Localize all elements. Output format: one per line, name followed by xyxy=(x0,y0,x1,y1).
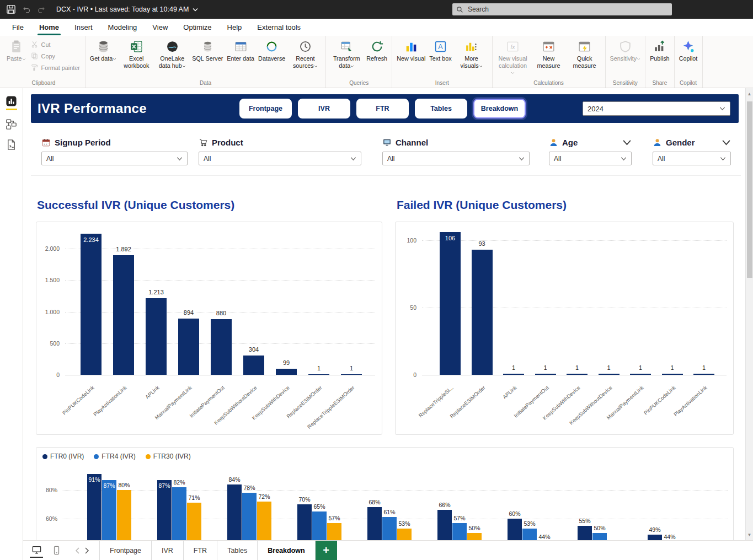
new-measure-icon xyxy=(542,40,556,53)
rail-item-model-view[interactable] xyxy=(4,118,19,131)
bar-ftr4-ivr-7[interactable] xyxy=(592,533,607,540)
excel-workbook-button[interactable]: Excel workbook xyxy=(119,37,154,70)
bar-manualpaymentlink[interactable] xyxy=(630,374,651,375)
dataverse-button[interactable]: Dataverse xyxy=(257,37,287,63)
redo-icon[interactable] xyxy=(36,5,46,14)
enter-data-button[interactable]: Enter data xyxy=(225,37,256,63)
bar-pinpukcodelink[interactable] xyxy=(81,234,102,375)
bar-ftr30-ivr-1[interactable] xyxy=(187,503,201,540)
legend-item[interactable]: FTR0 (IVR) xyxy=(42,453,84,460)
year-dropdown[interactable]: 2024 xyxy=(583,101,730,116)
bar-value-label: 1 xyxy=(529,364,562,371)
filter-channel-dropdown[interactable]: All xyxy=(382,152,530,165)
get-data-button[interactable]: Get data xyxy=(88,37,118,63)
bar-initiatepaymentout[interactable] xyxy=(535,374,556,375)
legend-item[interactable]: FTR30 (IVR) xyxy=(146,453,191,460)
legend-item[interactable]: FTR4 (IVR) xyxy=(94,453,135,460)
chevron-down-icon[interactable] xyxy=(622,138,632,147)
search-box[interactable] xyxy=(452,3,672,15)
button-label: OneLake data hub xyxy=(156,55,188,69)
search-input[interactable] xyxy=(467,5,668,14)
bar-replacetrippleesimorder[interactable] xyxy=(341,374,362,375)
page-tab-ivr[interactable]: IVR xyxy=(152,541,184,560)
filter-age-dropdown[interactable]: All xyxy=(549,152,632,165)
filter-product-dropdown[interactable]: All xyxy=(199,152,361,165)
quick-measure-button[interactable]: Quick measure xyxy=(567,37,602,70)
bar-keepsubwithoutdevice[interactable] xyxy=(243,356,264,375)
chevron-left-icon[interactable] xyxy=(75,547,80,554)
nav-tab-ivr[interactable]: IVR xyxy=(298,99,350,119)
bar-replaceesimorder[interactable] xyxy=(472,250,493,375)
recent-sources-button[interactable]: Recent sources xyxy=(287,37,323,70)
bar-ftr30-ivr-2[interactable] xyxy=(257,502,271,540)
menu-modeling[interactable]: Modeling xyxy=(100,19,145,36)
bar-manualpaymentlink[interactable] xyxy=(178,319,199,375)
new-page-button[interactable]: + xyxy=(316,541,337,560)
bar-ftr30-ivr-4[interactable] xyxy=(397,529,412,540)
save-icon[interactable] xyxy=(6,4,17,15)
rail-item-report-view[interactable] xyxy=(4,95,19,110)
undo-icon[interactable] xyxy=(22,5,31,14)
nav-tab-breakdown[interactable]: Breakdown xyxy=(473,99,526,119)
bar-ftr4-ivr-2[interactable] xyxy=(242,493,257,540)
filter-signup-period-dropdown[interactable]: All xyxy=(41,152,188,165)
bar-value-label: 1 xyxy=(592,364,626,371)
bar-ftr0-ivr-1[interactable] xyxy=(157,480,172,540)
bar-initiatepaymentout[interactable] xyxy=(211,319,232,375)
bar-replacetripplesi[interactable] xyxy=(440,232,461,375)
page-tab-tables[interactable]: Tables xyxy=(217,541,258,560)
sql-server-button[interactable]: SQL Server xyxy=(190,37,225,63)
publish-button[interactable]: Publish xyxy=(648,37,671,63)
desktop-view-toggle[interactable] xyxy=(30,543,43,558)
rail-item-dax-query-view[interactable] xyxy=(4,138,19,151)
bar-keepsubwithdevice[interactable] xyxy=(567,374,588,375)
nav-tab-ftr[interactable]: FTR xyxy=(356,99,409,119)
refresh-button[interactable]: Refresh xyxy=(365,37,389,63)
button-label: Dataverse xyxy=(258,55,285,62)
menu-optimize[interactable]: Optimize xyxy=(175,19,219,36)
bar-aplink[interactable] xyxy=(503,374,524,375)
filter-gender-dropdown[interactable]: All xyxy=(653,152,731,165)
bar-ftr0-ivr-2[interactable] xyxy=(227,484,242,540)
mobile-view-toggle[interactable] xyxy=(50,543,63,558)
more-visuals-button[interactable]: More visuals xyxy=(454,37,489,70)
page-tab-ftr[interactable]: FTR xyxy=(184,541,217,560)
chevron-right-icon[interactable] xyxy=(84,547,89,554)
nav-tab-tables[interactable]: Tables xyxy=(415,99,467,119)
bar-playactivationlink[interactable] xyxy=(693,374,714,375)
nav-tab-frontpage[interactable]: Frontpage xyxy=(239,99,292,119)
scrollbar-thumb[interactable] xyxy=(747,101,752,278)
ribbon-group-buttons: Publish xyxy=(648,37,671,79)
page-tab-frontpage[interactable]: Frontpage xyxy=(99,541,152,560)
title-caret-icon[interactable] xyxy=(192,7,199,12)
menu-view[interactable]: View xyxy=(145,19,175,36)
bar-replaceesimorder[interactable] xyxy=(308,374,329,375)
menu-home[interactable]: Home xyxy=(31,19,67,36)
bar-pinpukcodelink[interactable] xyxy=(662,374,683,375)
bar-ftr30-ivr-0[interactable] xyxy=(117,490,131,540)
transform-data-button[interactable]: Transform data xyxy=(329,37,364,70)
page-tab-breakdown[interactable]: Breakdown xyxy=(258,541,315,560)
bar-ftr30-ivr-5[interactable] xyxy=(467,533,482,540)
transform-data-icon xyxy=(340,40,354,53)
new-measure-button[interactable]: New measure xyxy=(531,37,567,70)
bar-aplink[interactable] xyxy=(146,298,167,375)
bar-keepsubwithdevice[interactable] xyxy=(276,369,297,375)
bar-value-label: 1 xyxy=(497,364,530,371)
menu-external-tools[interactable]: External tools xyxy=(249,19,308,36)
onelake-data-hub-button[interactable]: OneLake data hub xyxy=(154,37,190,70)
scroll-down-arrow[interactable]: ▼ xyxy=(746,530,753,539)
menu-insert[interactable]: Insert xyxy=(67,19,100,36)
text-box-button[interactable]: AText box xyxy=(428,37,453,63)
new-visual-button[interactable]: New visual xyxy=(395,37,427,63)
menu-file[interactable]: File xyxy=(4,19,31,36)
bar-ftr30-ivr-3[interactable] xyxy=(327,523,341,540)
chevron-down-icon[interactable] xyxy=(722,138,731,147)
copilot-button[interactable]: Copilot xyxy=(677,37,699,63)
bar-playactivationlink[interactable] xyxy=(113,255,134,375)
bar-ftr4-ivr-0[interactable] xyxy=(102,480,116,540)
bar-keepsubwithoutdevice[interactable] xyxy=(599,374,620,375)
vertical-scrollbar[interactable]: ▲ ▼ xyxy=(745,88,753,540)
menu-help[interactable]: Help xyxy=(220,19,250,36)
scroll-up-arrow[interactable]: ▲ xyxy=(746,89,753,98)
